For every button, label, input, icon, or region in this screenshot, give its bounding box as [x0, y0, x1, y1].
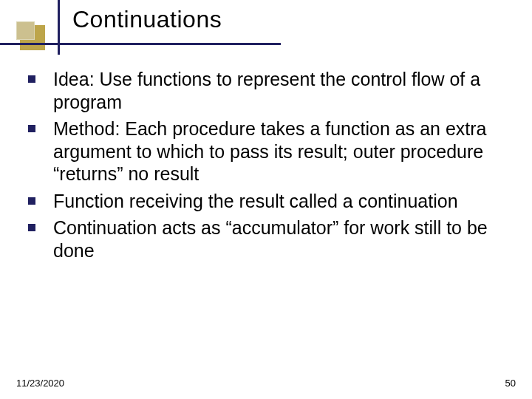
footer: 11/23/2020 50 — [16, 378, 516, 389]
title-rule-vertical — [58, 0, 60, 55]
square-bullet-icon — [28, 224, 35, 231]
accent-square-front — [16, 21, 35, 40]
square-bullet-icon — [28, 75, 35, 83]
list-item: Function receiving the result called a c… — [22, 190, 514, 213]
footer-date: 11/23/2020 — [16, 378, 64, 389]
square-bullet-icon — [28, 197, 35, 205]
title-rule-horizontal — [0, 43, 281, 45]
bullet-text: Function receiving the result called a c… — [53, 191, 458, 211]
bullet-text: Idea: Use functions to represent the con… — [53, 69, 480, 112]
list-item: Method: Each procedure takes a function … — [22, 117, 514, 185]
list-item: Continuation acts as “accumulator” for w… — [22, 216, 514, 262]
list-item: Idea: Use functions to represent the con… — [22, 68, 514, 113]
title-area: Continuations — [0, 0, 532, 53]
bullet-list: Idea: Use functions to represent the con… — [22, 68, 514, 262]
slide-title: Continuations — [72, 6, 532, 33]
bullet-text: Continuation acts as “accumulator” for w… — [53, 217, 488, 261]
footer-page-number: 50 — [505, 378, 516, 389]
body-area: Idea: Use functions to represent the con… — [22, 68, 514, 266]
slide: Continuations Idea: Use functions to rep… — [0, 0, 532, 399]
bullet-text: Method: Each procedure takes a function … — [53, 118, 486, 184]
square-bullet-icon — [28, 125, 35, 132]
